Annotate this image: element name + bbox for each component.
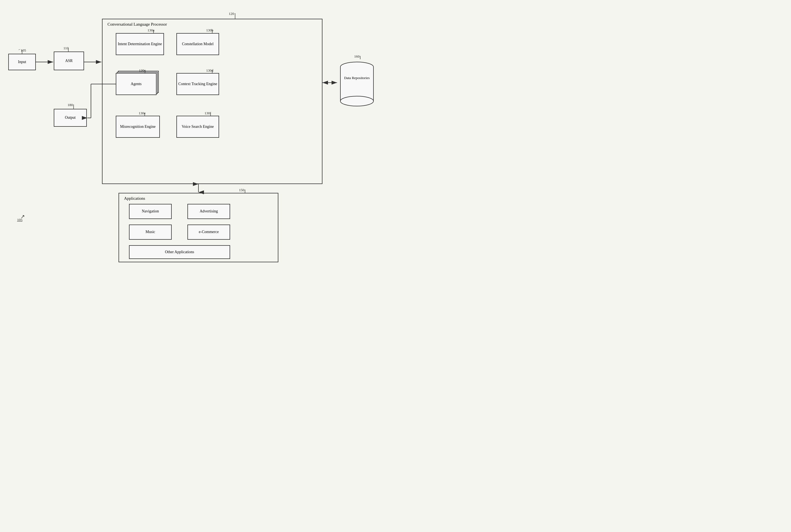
vse-box: Voice Search Engine	[176, 116, 219, 138]
ide-box: Intent Determination Engine	[116, 33, 164, 55]
ref-150: 150	[239, 188, 244, 192]
applications-title: Applications	[124, 196, 145, 201]
mre-box: Misrecognition Engine	[116, 116, 160, 138]
ref-110: 110	[63, 46, 69, 51]
ref-130c: 130c	[139, 68, 146, 73]
ref-130f: 130f	[205, 111, 211, 115]
advertising-box: Advertising	[187, 204, 230, 219]
ref-105: 105	[21, 48, 26, 53]
data-repo: Data Repositories	[338, 59, 376, 109]
other-apps-box: Other Applications	[129, 245, 230, 259]
ref-130d: 130d	[206, 68, 213, 73]
ref-130a: 130a	[148, 28, 154, 33]
music-box: Music	[129, 225, 172, 240]
diagram: 105 ↗ Input 105 ⌐ ASR 110 Output 180 Con…	[0, 0, 396, 266]
agents-front: Agents	[116, 73, 156, 95]
ref-180: 180	[68, 103, 73, 107]
ref-130b: 130b	[206, 28, 213, 33]
input-box: Input	[8, 54, 36, 70]
cm-box: Constellation Model	[176, 33, 219, 55]
clp-title: Conversational Language Processor	[108, 22, 167, 27]
asr-box: ASR	[54, 52, 84, 70]
ref-160: 160	[354, 54, 360, 59]
ref-120: 120	[229, 12, 234, 16]
ecommerce-box: e-Commerce	[187, 225, 230, 240]
data-repo-svg	[338, 59, 376, 109]
ref-130e: 130e	[139, 111, 146, 115]
svg-point-4	[340, 96, 374, 106]
data-repo-label: Data Repositories	[338, 76, 376, 80]
output-box: Output	[54, 109, 87, 127]
cte-box: Context Tracking Engine	[176, 73, 219, 95]
navigation-box: Navigation	[129, 204, 172, 219]
arrow-100: ↗	[21, 213, 25, 220]
